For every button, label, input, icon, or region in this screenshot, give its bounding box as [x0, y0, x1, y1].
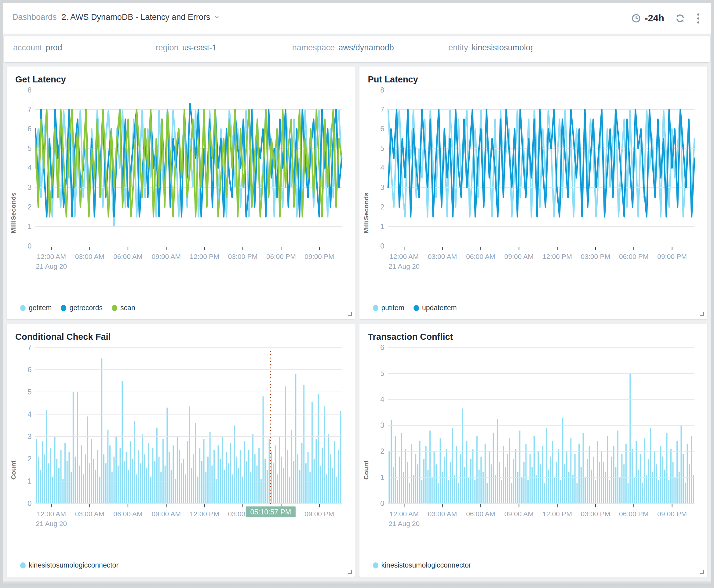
- svg-text:1: 1: [380, 223, 384, 231]
- legend-dot: [373, 562, 379, 568]
- svg-text:7: 7: [380, 106, 384, 113]
- svg-text:2: 2: [380, 203, 384, 211]
- svg-text:06:00 AM: 06:00 AM: [466, 253, 495, 260]
- svg-text:1: 1: [27, 223, 32, 231]
- more-options-button[interactable]: [696, 12, 700, 25]
- time-range-value: -24h: [645, 13, 664, 24]
- chevron-down-icon: [214, 14, 220, 20]
- svg-text:09:00 PM: 09:00 PM: [657, 510, 687, 518]
- filter-entity-value[interactable]: kinesistosumologicconnector: [472, 43, 533, 55]
- panel-put-latency: Put Latency MilliSeconds 01234567812:00 …: [360, 66, 708, 319]
- svg-text:06:00 AM: 06:00 AM: [113, 510, 143, 518]
- legend-dot: [61, 305, 66, 311]
- legend-item-getitem[interactable]: getitem: [20, 304, 52, 312]
- chart-transaction-conflict[interactable]: 012345612:00 AM21 Aug 2003:00 AM06:00 AM…: [372, 343, 702, 561]
- legend-dot: [112, 305, 117, 311]
- svg-text:0: 0: [380, 242, 384, 250]
- legend: getitem getrecords scan: [7, 303, 355, 319]
- window-frame: Dashboards 2. AWS DynamoDB - Latency and…: [0, 0, 714, 588]
- svg-text:03:00 AM: 03:00 AM: [75, 510, 104, 518]
- svg-text:6: 6: [27, 366, 32, 374]
- svg-text:12:00 PM: 12:00 PM: [543, 253, 572, 260]
- legend-dot: [413, 305, 419, 311]
- svg-text:5: 5: [380, 370, 384, 377]
- legend-item-updateitem[interactable]: updateitem: [413, 304, 457, 312]
- svg-text:12:00 AM: 12:00 AM: [37, 253, 66, 260]
- filter-account: account prod: [13, 43, 107, 55]
- svg-text:4: 4: [27, 410, 32, 418]
- refresh-icon: [675, 13, 686, 24]
- legend-item-kinesistosumologicconnector[interactable]: kinesistosumologicconnector: [20, 561, 119, 569]
- chart-get-latency[interactable]: 01234567812:00 AM21 Aug 2003:00 AM06:00 …: [19, 86, 349, 303]
- legend: kinesistosumologicconnector: [7, 561, 355, 577]
- panel-title: Get Latency: [7, 66, 355, 86]
- top-bar-actions: -24h: [631, 12, 700, 25]
- filter-region: region us-east-1: [156, 43, 243, 55]
- legend-item-putitem[interactable]: putitem: [373, 304, 404, 312]
- panel-resize-handle[interactable]: [700, 312, 704, 316]
- filter-namespace-value[interactable]: aws/dynamodb: [339, 43, 400, 55]
- svg-text:8: 8: [27, 86, 32, 94]
- dashboard-title-dropdown[interactable]: 2. AWS DynamoDB - Latency and Errors: [61, 11, 222, 26]
- svg-text:5: 5: [27, 388, 32, 396]
- svg-text:21 Aug 20: 21 Aug 20: [388, 262, 420, 270]
- legend-item-scan[interactable]: scan: [112, 304, 135, 312]
- svg-text:6: 6: [27, 125, 32, 133]
- svg-text:5: 5: [27, 144, 32, 152]
- svg-text:4: 4: [380, 395, 384, 403]
- panel-resize-handle[interactable]: [348, 312, 352, 316]
- filter-account-label: account: [13, 43, 42, 52]
- filter-namespace: namespace aws/dynamodb: [292, 43, 400, 55]
- svg-text:12:00 PM: 12:00 PM: [190, 510, 219, 518]
- svg-text:12:00 AM: 12:00 AM: [389, 253, 419, 260]
- svg-text:03:00 PM: 03:00 PM: [580, 253, 610, 260]
- refresh-button[interactable]: [675, 13, 686, 24]
- svg-text:12:00 PM: 12:00 PM: [190, 253, 219, 260]
- window-bottom-edge: [3, 581, 711, 585]
- svg-text:4: 4: [380, 164, 384, 172]
- breadcrumb-dashboards[interactable]: Dashboards: [12, 13, 57, 22]
- svg-text:7: 7: [27, 343, 32, 351]
- svg-text:1: 1: [27, 477, 32, 485]
- y-axis-label: Count: [363, 424, 372, 480]
- svg-text:03:00 AM: 03:00 AM: [428, 510, 457, 518]
- panel-title: Transaction Conflict: [360, 324, 708, 343]
- y-axis-label: MilliSeconds: [363, 156, 372, 233]
- legend-dot: [20, 305, 26, 311]
- svg-text:09:00 PM: 09:00 PM: [304, 253, 334, 260]
- svg-text:2: 2: [380, 447, 384, 455]
- svg-text:09:00 AM: 09:00 AM: [504, 510, 533, 518]
- svg-text:03:00 AM: 03:00 AM: [75, 253, 104, 260]
- chart-conditional-check-fail[interactable]: 0123456712:00 AM21 Aug 2003:00 AM06:00 A…: [19, 343, 349, 561]
- svg-text:3: 3: [380, 421, 384, 429]
- svg-text:12:00 PM: 12:00 PM: [543, 510, 572, 518]
- svg-text:0: 0: [380, 500, 384, 507]
- legend-dot: [373, 305, 379, 311]
- filter-account-value[interactable]: prod: [46, 43, 107, 55]
- svg-text:6: 6: [380, 125, 384, 133]
- svg-text:21 Aug 20: 21 Aug 20: [36, 520, 67, 528]
- legend-item-kinesistosumologicconnector[interactable]: kinesistosumologicconnector: [373, 561, 471, 569]
- svg-text:5: 5: [380, 144, 384, 152]
- top-bar: Dashboards 2. AWS DynamoDB - Latency and…: [3, 3, 711, 34]
- panel-transaction-conflict: Transaction Conflict Count 012345612:00 …: [360, 324, 708, 577]
- svg-text:4: 4: [27, 164, 32, 172]
- clock-icon: [631, 14, 641, 23]
- filter-region-label: region: [156, 43, 179, 52]
- time-range-button[interactable]: -24h: [631, 13, 664, 24]
- filter-region-value[interactable]: us-east-1: [182, 43, 243, 55]
- svg-text:21 Aug 20: 21 Aug 20: [36, 262, 67, 270]
- panel-resize-handle[interactable]: [348, 570, 352, 574]
- panel-conditional-check-fail: Conditional Check Fail Count 0123456712:…: [7, 324, 355, 577]
- panel-resize-handle[interactable]: [700, 570, 704, 574]
- y-axis-label: MilliSeconds: [10, 156, 19, 233]
- chart-put-latency[interactable]: 01234567812:00 AM21 Aug 2003:00 AM06:00 …: [372, 86, 702, 303]
- panel-title: Conditional Check Fail: [7, 324, 355, 343]
- svg-text:09:00 PM: 09:00 PM: [657, 253, 687, 260]
- svg-text:06:00 PM: 06:00 PM: [619, 253, 648, 260]
- svg-text:12:00 AM: 12:00 AM: [37, 510, 66, 518]
- svg-text:09:00 AM: 09:00 AM: [152, 510, 181, 518]
- legend-item-getrecords[interactable]: getrecords: [61, 304, 103, 312]
- dashboard-app: Dashboards 2. AWS DynamoDB - Latency and…: [3, 3, 711, 585]
- svg-text:03:00 AM: 03:00 AM: [428, 253, 457, 260]
